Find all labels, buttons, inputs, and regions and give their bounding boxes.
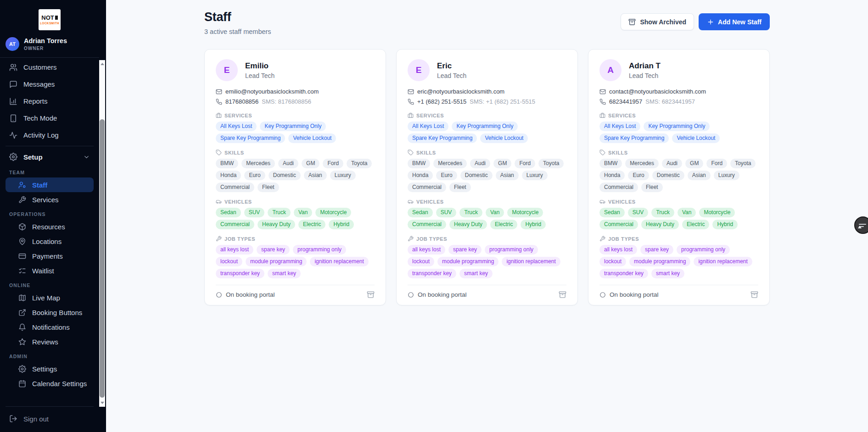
phone-icon	[599, 99, 606, 105]
scroll-up-arrow[interactable]	[101, 63, 104, 65]
vehicle-tag: Van	[678, 208, 696, 217]
page-subtitle: 3 active staff members	[204, 28, 271, 35]
vehicles-tags: SedanSUVTruckVanMotorcycleCommercialHeav…	[408, 208, 566, 229]
staff-phone[interactable]: +1 (682) 251-5515 SMS: +1 (682) 251-5515	[408, 98, 566, 106]
sign-out-button[interactable]: Sign out	[6, 411, 94, 426]
job-types-tags: all keys lostspare keyprogramming onlylo…	[599, 245, 758, 278]
sidebar-item-waitlist[interactable]: Waitlist	[6, 263, 94, 278]
phone-icon	[408, 99, 414, 105]
services-tags: All Keys LostKey Programming OnlySpare K…	[408, 122, 566, 143]
user-name: Adrian Torres	[24, 37, 67, 44]
add-new-staff-button[interactable]: Add New Staff	[699, 13, 770, 30]
booking-portal-label: On booking portal	[418, 291, 467, 298]
vehicle-tag: Hybrid	[521, 220, 546, 229]
sidebar-section: ONLINE Live Map Boo	[6, 282, 94, 349]
show-archived-button[interactable]: Show Archived	[621, 13, 694, 30]
sign-out-label: Sign out	[23, 415, 49, 423]
skill-tag: Luxury	[522, 171, 548, 180]
archive-staff-button[interactable]	[367, 291, 375, 299]
sidebar-item-locations[interactable]: Locations	[6, 234, 94, 249]
vehicle-tag: Truck	[459, 208, 482, 217]
sidebar-section-label: ONLINE	[9, 282, 90, 288]
gear-icon	[9, 153, 17, 161]
sidebar-item-services[interactable]: Services	[6, 192, 94, 207]
job-type-tag: smart key	[268, 269, 301, 278]
staff-phone[interactable]: 8176808856 SMS: 8176808856	[216, 98, 375, 106]
job-type-tag: module programming	[629, 257, 690, 266]
user-profile[interactable]: AT Adrian Torres OWNER	[0, 36, 99, 57]
vehicle-tag: Hybrid	[712, 220, 738, 229]
job-type-tag: ignition replacement	[694, 257, 752, 266]
sidebar-item-staff[interactable]: Staff	[6, 177, 94, 192]
sidebar-item-label: Notifications	[32, 323, 70, 331]
sidebar-item-activity-log[interactable]: Activity Log	[6, 127, 94, 144]
vehicle-tag: SUV	[244, 208, 265, 217]
vehicle-tag: Van	[486, 208, 504, 217]
external-link-icon	[18, 309, 26, 316]
sidebar-nav: Customers Messages Reports Tech	[0, 58, 99, 406]
sidebar-item-reviews[interactable]: Reviews	[6, 334, 94, 349]
scrollbar-thumb[interactable]	[100, 119, 105, 398]
wrench-icon	[18, 196, 26, 204]
bar-chart-icon	[9, 97, 17, 105]
sidebar-item-resources[interactable]: Resources	[6, 219, 94, 234]
briefcase-icon	[408, 112, 414, 118]
sidebar-item-messages[interactable]: Messages	[6, 76, 94, 93]
sidebar-item-booking-buttons[interactable]: Booking Buttons	[6, 305, 94, 320]
service-tag: Key Programming Only	[260, 122, 326, 131]
circle-icon	[408, 292, 414, 298]
scroll-down-arrow[interactable]	[101, 402, 104, 404]
sidebar-item-notifications[interactable]: Notifications	[6, 320, 94, 334]
sidebar-item-label: Staff	[32, 181, 47, 189]
skill-tag: Asian	[496, 171, 519, 180]
skill-tag: Honda	[599, 171, 625, 180]
archive-staff-button[interactable]	[559, 291, 566, 299]
sidebar-item-label: Reviews	[32, 338, 58, 346]
staff-sms-value: SMS: +1 (682) 251-5515	[470, 98, 535, 106]
floating-widget-button[interactable]	[854, 216, 868, 234]
skill-tag: Domestic	[269, 171, 301, 180]
job-types-tags: all keys lostspare keyprogramming onlylo…	[216, 245, 375, 278]
skill-tag: Ford	[323, 159, 343, 168]
sidebar-scrollbar[interactable]	[99, 60, 105, 407]
staff-sms-value: SMS: 8176808856	[262, 98, 311, 106]
sidebar-item-customers[interactable]: Customers	[6, 59, 94, 76]
sidebar-section: OPERATIONS Resources	[6, 211, 94, 278]
staff-email[interactable]: eric@notyourbasiclocksmith.com	[408, 88, 566, 96]
skill-tag: Fleet	[258, 183, 279, 192]
sidebar-item-settings[interactable]: Settings	[6, 361, 94, 376]
job-type-tag: programming only	[485, 245, 538, 255]
job-type-tag: transponder key	[408, 269, 456, 278]
sidebar-item-payments[interactable]: Payments	[6, 249, 94, 263]
archive-staff-button[interactable]	[750, 291, 758, 299]
skill-tag: Ford	[706, 159, 727, 168]
sidebar-item-calendar-settings[interactable]: Calendar Settings	[6, 376, 94, 391]
sidebar-item-live-map[interactable]: Live Map	[6, 290, 94, 305]
vehicles-section-label: VEHICLES	[599, 199, 758, 205]
sidebar-item-tech-mode[interactable]: Tech Mode	[6, 110, 94, 127]
sidebar-item-label: Tech Mode	[23, 114, 57, 122]
vehicle-tag: Motorcycle	[507, 208, 543, 217]
services-section-label: SERVICES	[408, 112, 566, 118]
sidebar-item-setup[interactable]: Setup	[6, 149, 94, 165]
sidebar-item-reports[interactable]: Reports	[6, 93, 94, 110]
service-tag: Spare Key Programming	[408, 133, 477, 143]
staff-email-value: emilio@notyourbasiclocksmith.com	[225, 88, 319, 96]
chevron-down-icon	[83, 154, 90, 161]
job-types-section-label: JOB TYPES	[216, 236, 375, 242]
vehicles-tags: SedanSUVTruckVanMotorcycleCommercialHeav…	[599, 208, 758, 229]
vehicle-tag: Heavy Duty	[258, 220, 295, 229]
job-type-tag: lockout	[408, 257, 434, 266]
staff-email[interactable]: emilio@notyourbasiclocksmith.com	[216, 88, 375, 96]
staff-email[interactable]: contact@notyourbasiclocksmith.com	[599, 88, 758, 96]
tag-icon	[599, 150, 605, 155]
sidebar-section-label: TEAM	[9, 170, 90, 175]
job-type-tag: smart key	[651, 269, 684, 278]
staff-phone[interactable]: 6823441957 SMS: 6823441957	[599, 98, 758, 106]
booking-portal-label: On booking portal	[610, 291, 659, 298]
skills-tags: BMWMercedesAudiGMFordToyotaHondaEuroDome…	[408, 159, 566, 192]
sidebar-section: TEAM Staff Services	[6, 170, 94, 207]
skill-tag: GM	[493, 159, 511, 168]
message-icon	[9, 80, 17, 89]
skill-tag: Asian	[304, 171, 327, 180]
